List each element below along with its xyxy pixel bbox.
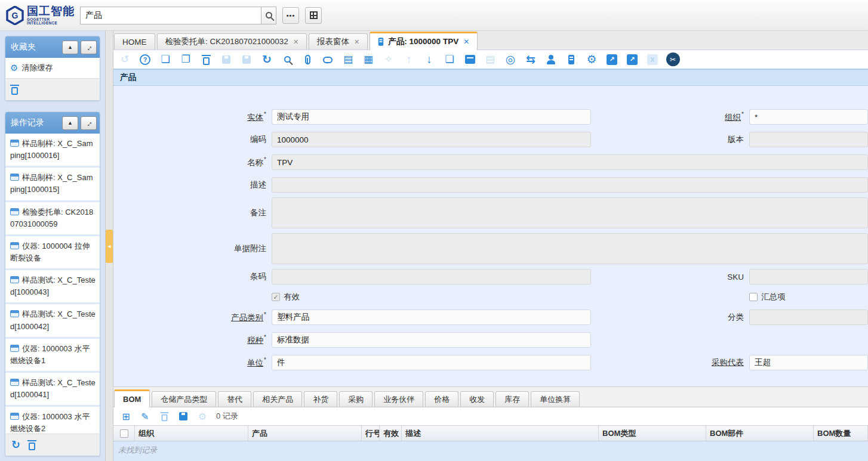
detail-tab-warehouse-product-type[interactable]: 仓储产品类型 <box>152 391 216 407</box>
detail-record-icon[interactable]: ↓ <box>421 52 437 67</box>
trash-icon[interactable] <box>29 443 35 450</box>
history-panel-footer: ↻ <box>5 434 100 456</box>
barcode-field <box>272 269 591 284</box>
export-file-icon[interactable]: ↗ <box>604 52 620 67</box>
app-logo: G 国工智能 GOGETTER INTELLIGENCE <box>6 5 76 26</box>
history-collapse-button[interactable]: ▲ <box>62 116 78 130</box>
history-item[interactable]: 仪器: 1000003 水平燃烧设备2 <box>5 407 100 434</box>
print-icon[interactable]: ▤ <box>482 52 498 67</box>
tab-label: 产品: 1000000 TPV <box>388 36 458 47</box>
more-options-button[interactable]: ••• <box>282 7 299 24</box>
tax-link-label[interactable]: 税种 <box>247 336 263 345</box>
favorites-expand-button[interactable]: ↔ <box>81 41 97 54</box>
category-link-label[interactable]: 产品类别 <box>231 313 263 322</box>
unit-link-label[interactable]: 单位 <box>247 358 263 367</box>
history-item[interactable]: 样品测试: X_C_Tested[1000041] <box>5 373 100 407</box>
active-checkbox-label: 有效 <box>284 292 300 302</box>
history-item[interactable]: 仪器: 1000004 拉伸断裂设备 <box>5 236 100 270</box>
process-wand-icon[interactable]: ✧ <box>381 52 396 67</box>
history-item[interactable]: 检验委托单: CK201807031000059 <box>5 202 100 236</box>
history-item[interactable]: 仪器: 1000003 水平燃烧设备1 <box>5 339 100 373</box>
close-icon[interactable]: ✕ <box>293 38 298 46</box>
field-label-classification: 分类 <box>591 312 749 323</box>
window-icon <box>10 208 19 215</box>
user-contact-icon[interactable] <box>543 52 559 67</box>
card-view-icon[interactable]: ▤ <box>340 52 356 67</box>
entity-link-label[interactable]: 实体 <box>247 113 263 122</box>
org-field[interactable]: * <box>749 109 868 125</box>
summary-checkbox[interactable] <box>749 293 758 301</box>
attachment-icon[interactable] <box>300 52 315 67</box>
history-expand-button[interactable]: ↔ <box>81 116 97 130</box>
grid-view-icon[interactable]: ▦ <box>361 52 376 67</box>
tab-home[interactable]: HOME <box>114 33 155 49</box>
save-icon[interactable] <box>218 52 234 67</box>
chat-icon[interactable] <box>320 52 335 67</box>
field-label-sku: SKU <box>591 273 749 281</box>
save-row-icon[interactable] <box>177 410 190 423</box>
detail-tab-substitute[interactable]: 替代 <box>218 391 251 407</box>
splitter-collapse-handle[interactable]: ◂ <box>106 230 113 263</box>
copy-record-icon[interactable]: ❐ <box>178 52 193 67</box>
new-record-icon[interactable]: ❏ <box>158 52 173 67</box>
pdf-export-icon[interactable]: ❏ <box>442 52 457 67</box>
tab-product-active[interactable]: 产品: 1000000 TPV ✕ <box>370 32 478 50</box>
end-session-icon[interactable]: ✂ <box>665 52 681 67</box>
help-icon[interactable]: ? <box>137 52 153 67</box>
delete-row-icon[interactable] <box>158 410 171 423</box>
add-row-icon[interactable]: ⊞ <box>119 410 133 423</box>
buyer-field[interactable]: 王超 <box>749 355 868 370</box>
delete-record-icon[interactable] <box>198 52 214 67</box>
row-settings-icon[interactable]: ⚙ <box>196 410 209 423</box>
detail-tab-bom[interactable]: BOM <box>114 389 150 407</box>
history-item[interactable]: 样品制样: X_C_Samping[1000016] <box>5 134 100 168</box>
save-and-close-icon[interactable] <box>239 52 254 67</box>
favorites-collapse-button[interactable]: ▲ <box>62 41 78 54</box>
refresh-icon[interactable]: ↻ <box>259 52 275 67</box>
org-link-label[interactable]: 组织 <box>725 113 741 122</box>
close-icon[interactable]: ✕ <box>354 38 359 46</box>
find-icon[interactable] <box>279 52 295 67</box>
entity-field[interactable]: 测试专用 <box>272 109 591 125</box>
select-all-checkbox[interactable] <box>120 429 128 438</box>
history-item[interactable]: 样品测试: X_C_Tested[1000042] <box>5 304 100 338</box>
detail-tab-business-partner[interactable]: 业务伙伴 <box>374 391 423 407</box>
archive-icon[interactable] <box>462 52 478 67</box>
edit-row-icon[interactable]: ✎ <box>138 410 152 423</box>
unit-field[interactable]: 件 <box>272 355 591 370</box>
detail-tab-receipt-dispatch[interactable]: 收发 <box>460 391 494 407</box>
classification-field <box>749 310 868 325</box>
history-item[interactable]: 样品测试: X_C_Tested[1000043] <box>5 270 100 304</box>
category-field[interactable]: 塑料产品 <box>272 310 591 325</box>
favorites-item-clear-cache[interactable]: ⚙ 清除缓存 <box>5 58 100 78</box>
active-checkbox[interactable]: ✓ <box>272 293 280 301</box>
detail-tab-purchasing[interactable]: 采购 <box>339 391 373 407</box>
import-file-icon[interactable]: ↗ <box>624 52 640 67</box>
global-search-input[interactable] <box>80 7 261 24</box>
trash-icon[interactable] <box>11 87 18 95</box>
record-access-icon[interactable]: ◎ <box>503 52 518 67</box>
apps-grid-button[interactable] <box>305 7 322 24</box>
detail-tab-price[interactable]: 价格 <box>425 391 458 407</box>
mobile-view-icon[interactable] <box>564 52 579 67</box>
detail-tab-inventory[interactable]: 库存 <box>495 391 529 407</box>
search-button[interactable] <box>261 7 276 24</box>
excel-export-icon[interactable]: X <box>645 52 660 67</box>
detail-tab-replenishment[interactable]: 补货 <box>304 391 337 407</box>
buyer-link-label[interactable]: 采购代表 <box>712 358 744 367</box>
field-label-code: 编码 <box>113 134 272 145</box>
refresh-icon[interactable]: ↻ <box>11 441 20 449</box>
detail-tab-unit-conversion[interactable]: 单位换算 <box>531 391 580 407</box>
workflow-icon[interactable]: ⇆ <box>523 52 538 67</box>
preferences-icon[interactable]: ⚙ <box>584 52 599 67</box>
tax-field[interactable]: 标准数据 <box>272 332 591 348</box>
parent-record-icon[interactable]: ↑ <box>401 52 417 67</box>
undo-icon[interactable]: ↺ <box>117 52 133 67</box>
history-item[interactable]: 样品制样: X_C_Samping[1000015] <box>5 168 100 202</box>
close-icon[interactable]: ✕ <box>463 38 469 46</box>
field-label-name: 名称* <box>113 156 272 168</box>
tab-report-window[interactable]: 报表窗体 ✕ <box>309 33 368 49</box>
detail-tab-related-products[interactable]: 相关产品 <box>253 391 302 407</box>
tab-inspection-order[interactable]: 检验委托单: CK201807021000032 ✕ <box>157 33 307 49</box>
app-window: G 国工智能 GOGETTER INTELLIGENCE ••• 收藏夹 <box>0 0 868 461</box>
